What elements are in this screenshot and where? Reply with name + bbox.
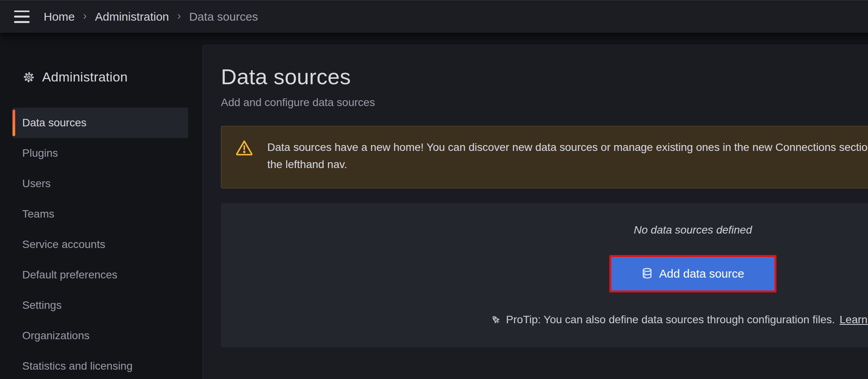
main-pane: Data sources Add and configure data sour…: [203, 45, 868, 379]
top-navbar: Home › Administration › Data sources: [0, 0, 868, 33]
protip-text: ProTip: You can also define data sources…: [506, 313, 835, 326]
database-icon: [642, 268, 653, 280]
sidebar-item-statistics-licensing[interactable]: Statistics and licensing: [0, 351, 203, 379]
warning-alert-text: Data sources have a new home! You can di…: [267, 139, 868, 173]
app-window: Home › Administration › Data sources Adm…: [0, 0, 868, 379]
warning-icon: [235, 140, 253, 156]
breadcrumb-home[interactable]: Home: [44, 10, 75, 23]
sidebar-item-organizations[interactable]: Organizations: [0, 321, 203, 351]
click-highlight-annotation: Add data source: [609, 255, 776, 292]
empty-state-message: No data sources defined: [221, 203, 868, 237]
page-subtitle: Add and configure data sources: [221, 96, 868, 110]
empty-state-panel: No data sources defined Ad: [221, 203, 868, 347]
sidebar-title: Administration: [42, 69, 128, 85]
breadcrumb-data-sources: Data sources: [189, 10, 258, 23]
add-data-source-label: Add data source: [659, 267, 744, 280]
breadcrumb: Home › Administration › Data sources: [44, 10, 258, 23]
warning-alert: Data sources have a new home! You can di…: [221, 126, 868, 188]
menu-icon[interactable]: [14, 11, 30, 23]
sidebar-item-settings[interactable]: Settings: [0, 290, 203, 321]
breadcrumb-administration[interactable]: Administration: [95, 10, 169, 23]
warning-alert-line2: the lefthand nav.: [267, 156, 868, 173]
chevron-right-icon: ›: [177, 9, 181, 22]
sidebar-item-service-accounts[interactable]: Service accounts: [0, 229, 203, 260]
protip-row: ProTip: You can also define data sources…: [221, 313, 868, 326]
section-sidebar: Administration Data sources Plugins User…: [0, 45, 203, 379]
sidebar-header: Administration: [23, 69, 128, 85]
add-data-source-button[interactable]: Add data source: [611, 257, 774, 290]
chevron-right-icon: ›: [83, 9, 87, 22]
sidebar-menu: Data sources Plugins Users Teams Service…: [0, 108, 203, 379]
sidebar-item-users[interactable]: Users: [0, 168, 203, 199]
page-title: Data sources: [221, 45, 868, 89]
gear-icon: [23, 71, 35, 83]
sidebar-item-teams[interactable]: Teams: [0, 199, 203, 229]
learn-more-link[interactable]: Learn more: [840, 313, 868, 326]
page-content: Data sources Add and configure data sour…: [221, 45, 868, 347]
sidebar-item-default-preferences[interactable]: Default preferences: [0, 260, 203, 290]
warning-alert-line1: Data sources have a new home! You can di…: [267, 139, 868, 156]
sidebar-item-data-sources[interactable]: Data sources: [12, 108, 188, 138]
sidebar-item-plugins[interactable]: Plugins: [0, 138, 203, 168]
rocket-icon: [490, 314, 501, 325]
